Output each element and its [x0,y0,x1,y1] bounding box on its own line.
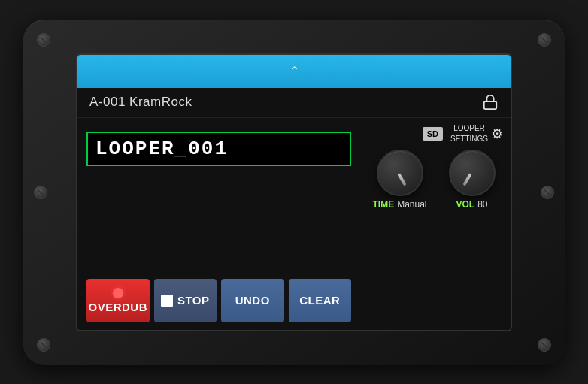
vol-knob-indicator [462,173,471,186]
looper-settings-line1: LOOPER [453,124,485,133]
time-knob-value: Manual [397,199,426,210]
clear-label: CLEAR [299,294,340,307]
screw-bottom-right [538,338,551,352]
screw-top-left [37,33,50,47]
device-body: ⌃ A-001 KramRock LOOPER_001 OVERDUB [23,20,565,365]
stop-button[interactable]: STOP [154,279,217,322]
time-knob-group: TIME Manual [372,150,426,210]
clear-button[interactable]: CLEAR [289,279,352,322]
gear-icon: ⚙ [491,125,503,142]
undo-button[interactable]: UNDO [221,279,284,322]
screw-mid-right [541,186,554,199]
time-knob-label-row: TIME Manual [372,199,426,210]
vol-knob-label: VOL [456,199,474,210]
lock-icon [482,94,499,110]
vol-knob-value: 80 [477,199,487,210]
screw-bottom-left [37,338,50,352]
top-icons-row: SD LOOPER SETTINGS ⚙ [365,124,503,144]
overdub-button[interactable]: OVERDUB [86,279,150,322]
time-knob-label: TIME [372,199,394,210]
stop-label: STOP [177,294,210,307]
looper-settings-label: LOOPER SETTINGS [450,124,488,144]
time-knob[interactable] [377,150,423,196]
vol-knob[interactable] [449,150,496,196]
looper-settings-line2: SETTINGS [450,135,488,144]
main-content: LOOPER_001 OVERDUB STOP UNDO C [77,118,511,330]
sd-card-badge: SD [423,127,443,141]
screw-mid-left [34,186,47,199]
record-dot-icon [113,288,123,298]
vol-knob-label-row: VOL 80 [456,199,487,210]
header-bar: ⌃ [77,55,511,88]
chevron-icon: ⌃ [289,64,299,78]
screw-top-right [538,33,551,47]
undo-label: UNDO [235,294,270,307]
title-row: A-001 KramRock [77,88,511,118]
overdub-label: OVERDUB [88,301,147,313]
buttons-row: OVERDUB STOP UNDO CLEAR [86,279,351,322]
left-panel: LOOPER_001 OVERDUB STOP UNDO C [77,118,360,330]
right-panel: SD LOOPER SETTINGS ⚙ [360,118,511,330]
looper-settings-group[interactable]: LOOPER SETTINGS ⚙ [450,124,503,144]
vol-knob-group: VOL 80 [449,150,496,210]
looper-name-box[interactable]: LOOPER_001 [86,132,351,166]
preset-title: A-001 KramRock [89,95,192,110]
screen: ⌃ A-001 KramRock LOOPER_001 OVERDUB [76,53,512,331]
stop-square-icon [161,295,173,307]
looper-name-text: LOOPER_001 [95,138,228,160]
time-knob-indicator [397,173,406,186]
svg-rect-0 [484,101,497,109]
knobs-row: TIME Manual VOL 80 [365,150,503,322]
